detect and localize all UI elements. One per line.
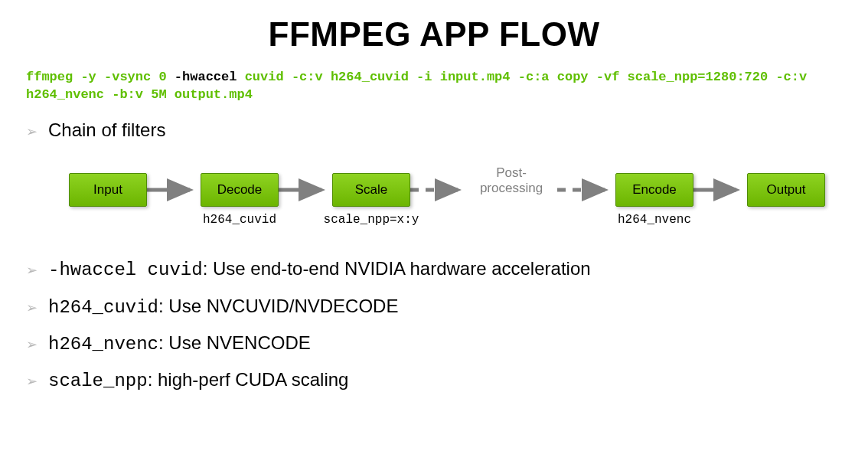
- chevron-icon: ➢: [26, 335, 38, 355]
- chevron-icon: ➢: [26, 299, 38, 318]
- node-input: Input: [69, 173, 147, 207]
- page-title: FFMPEG APP FLOW: [0, 15, 868, 54]
- bullet-scalenpp: ➢ scale_npp: high-perf CUDA scaling: [26, 368, 842, 394]
- node-decode: Decode: [201, 173, 279, 207]
- bullet-desc: : high-perf CUDA scaling: [148, 369, 349, 390]
- flow-diagram: Input Decode Scale Post- processing Enco…: [69, 162, 842, 235]
- bullet-hwaccel: ➢ -hwaccel cuvid: Use end-to-end NVIDIA …: [26, 257, 842, 283]
- bullet-desc: : Use NVENCODE: [158, 332, 311, 353]
- caption-scale: scale_npp=x:y: [314, 213, 429, 227]
- bullet-desc: : Use end-to-end NVIDIA hardware acceler…: [203, 258, 591, 279]
- bullet-text: Chain of filters: [48, 118, 165, 142]
- bullet-code: -hwaccel cuvid: [48, 260, 203, 280]
- bullet-text: h264_nvenc: Use NVENCODE: [48, 331, 311, 357]
- caption-encode: h264_nvenc: [615, 213, 693, 227]
- content-area: ➢ Chain of filters Input Decode Scale Po…: [26, 118, 842, 394]
- bullet-cuvid: ➢ h264_cuvid: Use NVCUVID/NVDECODE: [26, 294, 842, 320]
- cmd-pre: ffmpeg -y -vsync 0: [26, 70, 175, 84]
- node-scale: Scale: [332, 173, 410, 207]
- chevron-icon: ➢: [26, 261, 38, 280]
- command-line: ffmpeg -y -vsync 0 -hwaccel cuvid -c:v h…: [26, 69, 842, 104]
- bullet-nvenc: ➢ h264_nvenc: Use NVENCODE: [26, 331, 842, 357]
- bullet-code: scale_npp: [48, 371, 148, 391]
- bullet-text: -hwaccel cuvid: Use end-to-end NVIDIA ha…: [48, 257, 591, 283]
- caption-decode: h264_cuvid: [201, 213, 279, 227]
- chevron-icon: ➢: [26, 372, 38, 391]
- node-output: Output: [747, 173, 825, 207]
- cmd-hwaccel: -hwaccel: [175, 70, 237, 84]
- chevron-icon: ➢: [26, 123, 38, 142]
- bullet-code: h264_nvenc: [48, 334, 158, 355]
- bullet-desc: : Use NVCUVID/NVDECODE: [158, 296, 398, 316]
- bullet-text: scale_npp: high-perf CUDA scaling: [48, 368, 348, 394]
- bullet-text: h264_cuvid: Use NVCUVID/NVDECODE: [48, 294, 398, 320]
- node-postprocessing: Post- processing: [465, 165, 557, 195]
- bullet-code: h264_cuvid: [48, 297, 158, 318]
- flow-arrows: [69, 162, 834, 216]
- bullet-chain: ➢ Chain of filters: [26, 118, 842, 142]
- node-encode: Encode: [615, 173, 693, 207]
